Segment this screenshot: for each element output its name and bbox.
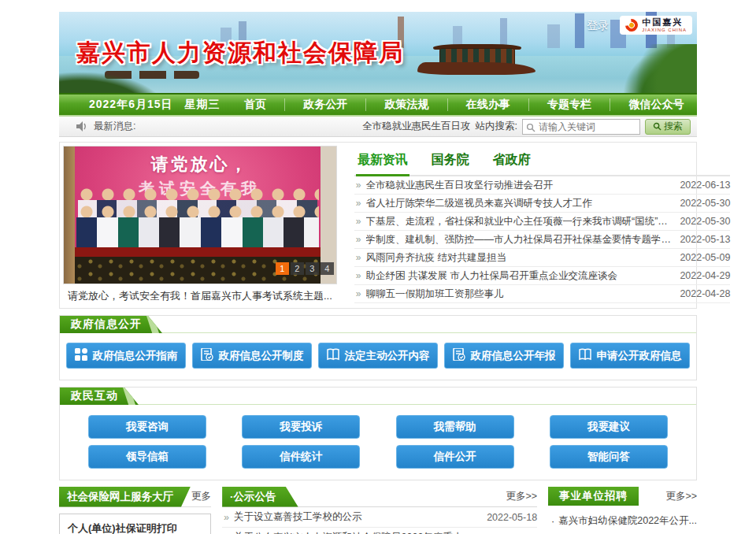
interaction-section: 政民互动 我要咨询 我要投诉 我需帮助 我要建议 领导信箱 信件统计 信件公开 … bbox=[59, 387, 697, 480]
nav-divider bbox=[284, 98, 285, 111]
insurance-proof-print-item[interactable]: 个人(单位)社保证明打印 bbox=[59, 514, 211, 534]
double-arrow-icon: » bbox=[224, 512, 229, 523]
logo-en-text: JIAXING CHINA bbox=[642, 28, 687, 32]
double-arrow-icon: » bbox=[356, 216, 361, 227]
news-item[interactable]: »风雨同舟齐抗疫 结对共建显担当2022-05-09 bbox=[354, 249, 731, 267]
bottom-sections: 社会保险网上服务大厅 更多 个人(单位)社保证明打印 办事指南 ·公示公告 更多… bbox=[59, 487, 697, 534]
logo-cn-text: 中国嘉兴 bbox=[642, 18, 687, 28]
complaint-button[interactable]: 我要投诉 bbox=[242, 415, 360, 439]
social-insurance-hall: 社会保险网上服务大厅 更多 个人(单位)社保证明打印 办事指南 bbox=[59, 487, 211, 534]
nav-item-home[interactable]: 首页 bbox=[236, 98, 274, 112]
carousel-pager: 1 2 3 4 bbox=[276, 262, 334, 275]
news-item[interactable]: »全市稳就业惠民生百日攻坚行动推进会召开2022-06-13 bbox=[354, 176, 731, 195]
request-disclosure-button[interactable]: 申请公开政府信息 bbox=[570, 343, 690, 369]
doc-check-icon bbox=[201, 348, 213, 363]
tab-provincial-gov[interactable]: 省政府 bbox=[491, 150, 532, 175]
recruitment-header: 事业单位招聘 bbox=[548, 487, 639, 506]
nav-divider bbox=[365, 98, 366, 111]
foliage-right bbox=[620, 44, 697, 93]
recruitment-item[interactable]: ·嘉兴市妇幼保健院2022年公开... bbox=[548, 510, 697, 532]
more-link[interactable]: 更多 bbox=[191, 490, 211, 503]
news-item[interactable]: »省人社厅陈荣华二级巡视员来嘉兴调研专技人才工作2022-05-30 bbox=[354, 195, 731, 213]
search-icon bbox=[526, 123, 536, 132]
statutory-disclosure-button[interactable]: 法定主动公开内容 bbox=[318, 343, 438, 369]
info-system-button[interactable]: 政府信息公开制度 bbox=[192, 343, 312, 369]
photo-carousel[interactable]: 考试安全有我 请党放心， 1 2 3 4 请党放心，考试安全有我！首届嘉兴市人事… bbox=[63, 146, 337, 305]
news-item[interactable]: »下基层、走流程，省社保和就业中心主任项薇一行来我市调研“国统”上线情况2022… bbox=[354, 213, 731, 231]
book-icon bbox=[327, 348, 339, 363]
double-arrow-icon: » bbox=[356, 198, 361, 209]
grid-icon bbox=[75, 348, 87, 363]
smart-qa-button[interactable]: 智能问答 bbox=[550, 445, 668, 469]
nav-item-gov-disclosure[interactable]: 政务公开 bbox=[295, 98, 355, 112]
book-icon bbox=[579, 348, 591, 363]
curtain-left bbox=[64, 146, 75, 284]
section-header-ribbon: 政民互动 bbox=[60, 388, 139, 405]
nav-item-wechat[interactable]: 微信公众号 bbox=[621, 98, 691, 112]
more-link[interactable]: 更多>> bbox=[506, 490, 537, 503]
consult-button[interactable]: 我要咨询 bbox=[88, 415, 206, 439]
announcement-item[interactable]: »关于公布嘉兴市人力资源和社会保障局2022年度重大行政决策事...2022-0… bbox=[222, 528, 537, 534]
search-icon bbox=[653, 122, 662, 131]
doc-check-icon bbox=[453, 348, 465, 363]
news-item[interactable]: »聊聊五一假期加班工资那些事儿2022-04-28 bbox=[354, 285, 731, 303]
leader-mailbox-button[interactable]: 领导信箱 bbox=[88, 445, 206, 469]
annual-report-button[interactable]: 政府信息公开年报 bbox=[444, 343, 564, 369]
swirl-logo-icon bbox=[623, 17, 641, 35]
news-tabs: 最新资讯 国务院 省政府 bbox=[354, 146, 731, 176]
current-weekday: 星期三 bbox=[184, 98, 220, 110]
nav-item-online-services[interactable]: 在线办事 bbox=[458, 98, 518, 112]
double-arrow-icon: » bbox=[356, 288, 361, 299]
news-list: »全市稳就业惠民生百日攻坚行动推进会召开2022-06-13 »省人社厅陈荣华二… bbox=[354, 176, 731, 303]
ticker-label: 最新消息: bbox=[94, 120, 135, 133]
pager-dot-4[interactable]: 4 bbox=[321, 262, 334, 275]
boat-illustration bbox=[417, 42, 536, 75]
news-item[interactable]: »助企纾困 共谋发展 市人力社保局召开重点企业交流座谈会2022-04-29 bbox=[354, 267, 731, 285]
section-header-ribbon: 政府信息公开 bbox=[60, 316, 162, 333]
current-date: 2022年6月15日 星期三 bbox=[59, 98, 231, 112]
nav-divider bbox=[610, 98, 610, 111]
site-title: 嘉兴市人力资源和社会保障局 bbox=[76, 37, 404, 69]
slide-banner-line1: 请党放心， bbox=[64, 153, 336, 176]
carousel-caption[interactable]: 请党放心，考试安全有我！首届嘉兴市人事考试系统主题... bbox=[63, 284, 337, 308]
bullet-icon: · bbox=[551, 516, 554, 527]
announcements-panel: ·公示公告 更多>> »关于设立嘉善技工学校的公示2022-05-18 »关于公… bbox=[222, 487, 537, 534]
banner: 嘉兴市人力资源和社会保障局 登录 中国嘉兴 JIAXING CHINA bbox=[59, 12, 697, 93]
need-help-button[interactable]: 我需帮助 bbox=[396, 415, 514, 439]
letter-stats-button[interactable]: 信件统计 bbox=[242, 445, 360, 469]
nav-item-special-columns[interactable]: 专题专栏 bbox=[539, 98, 599, 112]
news-panel: 最新资讯 国务院 省政府 »全市稳就业惠民生百日攻坚行动推进会召开2022-06… bbox=[354, 146, 731, 305]
info-guide-button[interactable]: 政府信息公开指南 bbox=[66, 343, 186, 369]
letter-disclosure-button[interactable]: 信件公开 bbox=[396, 445, 514, 469]
recruitment-panel: 事业单位招聘 更多>> ·嘉兴市妇幼保健院2022年公开... ·2022年嘉兴… bbox=[548, 487, 697, 534]
double-arrow-icon: » bbox=[356, 234, 361, 245]
main-navigation: 2022年6月15日 星期三 首页 政务公开 政策法规 在线办事 专题专栏 微信… bbox=[59, 93, 697, 117]
news-item[interactable]: »学制度、建机制、强防控——市人力社保局召开社保基金要情专题学习会2022-05… bbox=[354, 231, 731, 249]
pager-dot-1[interactable]: 1 bbox=[276, 262, 289, 275]
tab-latest-news[interactable]: 最新资讯 bbox=[356, 150, 410, 176]
foliage-left bbox=[59, 72, 163, 93]
announcements-header: ·公示公告 bbox=[222, 487, 298, 507]
search-button[interactable]: 搜索 bbox=[645, 119, 691, 135]
page-container: 嘉兴市人力资源和社会保障局 登录 中国嘉兴 JIAXING CHINA 2022… bbox=[59, 12, 697, 534]
pager-dot-3[interactable]: 3 bbox=[306, 262, 319, 275]
jiaxing-china-logo[interactable]: 中国嘉兴 JIAXING CHINA bbox=[620, 16, 692, 35]
news-ticker-bar: 最新消息: 全市稳就业惠民生百日攻 站内搜索: 搜索 bbox=[59, 117, 697, 137]
double-arrow-icon: » bbox=[356, 270, 361, 281]
search-box bbox=[522, 119, 640, 135]
more-link[interactable]: 更多>> bbox=[665, 490, 697, 503]
login-link[interactable]: 登录 bbox=[587, 19, 609, 33]
social-insurance-header: 社会保险网上服务大厅 bbox=[59, 487, 191, 507]
nav-divider bbox=[528, 98, 529, 111]
search-input[interactable] bbox=[523, 120, 639, 134]
info-disclosure-section: 政府信息公开 政府信息公开指南 政府信息公开制度 法定主动公开内容 政府信息公开… bbox=[59, 315, 697, 380]
suggestion-button[interactable]: 我要建议 bbox=[550, 415, 668, 439]
nav-item-policies[interactable]: 政策法规 bbox=[377, 98, 437, 112]
speaker-icon bbox=[76, 121, 87, 132]
tab-state-council[interactable]: 国务院 bbox=[430, 150, 471, 175]
double-arrow-icon: » bbox=[356, 180, 361, 191]
announcement-item[interactable]: »关于设立嘉善技工学校的公示2022-05-18 bbox=[222, 507, 537, 528]
ticker-marquee-text[interactable]: 全市稳就业惠民生百日攻 bbox=[362, 120, 471, 133]
pager-dot-2[interactable]: 2 bbox=[291, 262, 304, 275]
main-content: 考试安全有我 请党放心， 1 2 3 4 请党放心，考试安全有我！首届嘉兴市人事… bbox=[59, 142, 697, 309]
